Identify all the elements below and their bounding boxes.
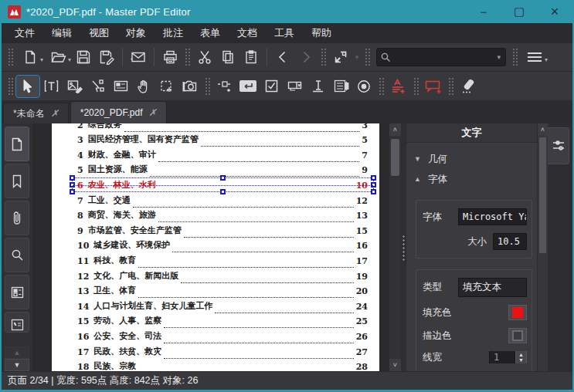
fill-color-swatch[interactable] xyxy=(508,305,527,320)
pdf-page[interactable]: 2综合政务33国民经济管理、国有资产监管54财政、金融、审计75国土资源、能源9… xyxy=(52,123,379,371)
selection-handle[interactable] xyxy=(371,182,376,188)
panel-scroll-up-icon[interactable]: ˄ xyxy=(538,123,548,136)
toc-row[interactable]: 18民族、宗教28 xyxy=(77,359,368,372)
toolbar-grip[interactable] xyxy=(379,77,384,96)
menu-edit[interactable]: 编辑 xyxy=(43,23,80,42)
menu-annotate[interactable]: 批注 xyxy=(155,23,192,42)
section-geometry[interactable]: ▼ 几何 xyxy=(414,149,532,169)
line-width-spinner[interactable]: 1 ▲▼ xyxy=(489,351,527,363)
menu-help[interactable]: 帮助 xyxy=(303,23,340,42)
toc-row[interactable]: 6农业、林业、水利10 xyxy=(77,177,368,192)
copy-button[interactable] xyxy=(216,46,239,68)
toc-row[interactable]: 16公安、安全、司法26 xyxy=(77,328,368,343)
spin-up-icon[interactable]: ▲ xyxy=(518,352,524,357)
scrollbar-track[interactable] xyxy=(389,136,401,359)
new-document-button[interactable]: ▾ xyxy=(16,46,44,68)
edit-text-tool-button[interactable] xyxy=(39,76,63,97)
toc-row[interactable]: 15劳动、人事、监察25 xyxy=(77,313,368,329)
panel-scrollbar-thumb[interactable] xyxy=(539,137,546,253)
scrollbar-thumb[interactable] xyxy=(391,139,399,176)
open-file-button[interactable]: ▾ xyxy=(44,46,72,68)
selection-handle[interactable] xyxy=(70,182,75,188)
bookmarks-panel-button[interactable] xyxy=(5,164,29,198)
edit-image-tool-button[interactable] xyxy=(63,76,86,97)
title-bar[interactable]: *2020_PDF.pdf - Master PDF Editor − ▢ × xyxy=(2,0,572,23)
collapse-triangle-icon[interactable]: ▼ xyxy=(414,155,422,163)
menu-object[interactable]: 对象 xyxy=(117,23,155,42)
close-button[interactable]: × xyxy=(537,0,572,23)
sidebar-scroll-up-icon[interactable]: ▲ xyxy=(5,346,29,359)
select-area-tool-button[interactable] xyxy=(155,76,178,97)
menu-tools[interactable]: 工具 xyxy=(266,23,303,42)
toc-row[interactable]: 8商贸、海关、旅游13 xyxy=(77,208,368,223)
search-panel-button[interactable] xyxy=(5,238,29,272)
paste-button[interactable] xyxy=(239,46,263,68)
forward-button[interactable] xyxy=(294,46,318,68)
fit-dropdown-icon[interactable]: ▾ xyxy=(352,46,362,68)
search-input[interactable] xyxy=(391,52,495,63)
combobox-tool-button[interactable] xyxy=(283,76,306,97)
edit-forms-tool-button[interactable] xyxy=(109,76,132,97)
font-size-field[interactable]: 10.5 xyxy=(493,233,527,250)
select-tool-button[interactable] xyxy=(16,76,39,97)
properties-tab[interactable] xyxy=(548,127,569,164)
toc-row[interactable]: 4财政、金融、审计7 xyxy=(77,147,368,162)
toc-row[interactable]: 17民政、扶贫、救灾27 xyxy=(77,343,368,359)
section-font[interactable]: ▲ 字体 xyxy=(414,169,532,189)
toc-row[interactable]: 14人口与计划生育、妇女儿童工作24 xyxy=(77,298,368,313)
panel-scrollbar[interactable]: ˄ xyxy=(537,123,548,371)
scroll-up-icon[interactable]: ˄ xyxy=(389,123,401,136)
toc-row[interactable]: 3国民经济管理、国有资产监管5 xyxy=(77,132,368,147)
search-dropdown-icon[interactable]: ▾ xyxy=(495,53,502,61)
thumbnails-panel-button[interactable] xyxy=(5,127,29,161)
tab-close-icon[interactable]: ✗ xyxy=(148,107,156,118)
selection-handle[interactable] xyxy=(371,189,376,194)
font-family-field[interactable]: Microsoft YaHei xyxy=(458,208,527,225)
annotations-panel-button[interactable] xyxy=(5,312,29,333)
selection-handle[interactable] xyxy=(371,175,376,181)
maximize-button[interactable]: ▢ xyxy=(501,0,537,23)
expand-triangle-icon[interactable]: ▲ xyxy=(414,175,422,183)
enter-key-button[interactable] xyxy=(236,76,260,97)
selection-handle[interactable] xyxy=(70,189,75,194)
toc-row[interactable]: 7工业、交通12 xyxy=(77,192,368,208)
email-button[interactable] xyxy=(127,46,150,68)
add-text-annotation-button[interactable] xyxy=(387,76,410,97)
toolbar-grip[interactable] xyxy=(448,77,453,96)
toolbar-grip[interactable] xyxy=(8,48,13,66)
save-button[interactable] xyxy=(72,46,95,68)
toc-row[interactable]: 12文化、广电、新闻出版19 xyxy=(77,268,368,283)
text-field-tool-button[interactable] xyxy=(306,76,329,97)
menu-view[interactable]: 视图 xyxy=(80,23,117,42)
selection-handle[interactable] xyxy=(220,175,226,181)
toolbar-grip[interactable] xyxy=(321,48,326,66)
toc-row[interactable]: 2综合政务3 xyxy=(77,123,368,132)
toc-row[interactable]: 10城乡建设、环境保护16 xyxy=(77,238,368,253)
hand-tool-button[interactable] xyxy=(132,76,155,97)
cut-button[interactable] xyxy=(193,46,216,68)
fit-page-button[interactable] xyxy=(329,46,352,68)
callout-annotation-button[interactable] xyxy=(422,76,445,97)
search-box[interactable]: ▾ xyxy=(376,48,506,66)
open-file-dropdown-icon[interactable]: ▾ xyxy=(68,56,71,63)
list-box-tool-button[interactable] xyxy=(329,76,352,97)
print-button[interactable] xyxy=(158,46,182,68)
save-as-button[interactable] xyxy=(95,46,118,68)
type-dropdown[interactable]: 填充文本 xyxy=(458,278,527,297)
toolbar-grip[interactable] xyxy=(8,77,13,96)
checkbox-tool-button[interactable] xyxy=(260,76,283,97)
toolbar-grip[interactable] xyxy=(185,48,190,66)
hamburger-menu-button[interactable]: ▾ xyxy=(521,46,549,68)
stroke-color-swatch[interactable] xyxy=(508,328,527,343)
tab-close-icon[interactable]: ✗ xyxy=(51,108,59,119)
form-fields-panel-button[interactable] xyxy=(5,275,29,309)
edit-path-tool-button[interactable] xyxy=(86,76,109,97)
hamburger-dropdown-icon[interactable]: ▾ xyxy=(545,56,548,63)
toc-row[interactable]: 11科技、教育17 xyxy=(77,252,368,268)
toolbar-grip[interactable] xyxy=(365,48,370,66)
tab-untitled[interactable]: *未命名 ✗ xyxy=(3,103,69,123)
toolbar-grip[interactable] xyxy=(413,77,419,96)
selection-handle[interactable] xyxy=(70,175,75,181)
menu-document[interactable]: 文档 xyxy=(229,23,266,42)
sidebar-scroll-down-icon[interactable]: ▼ xyxy=(5,359,29,371)
